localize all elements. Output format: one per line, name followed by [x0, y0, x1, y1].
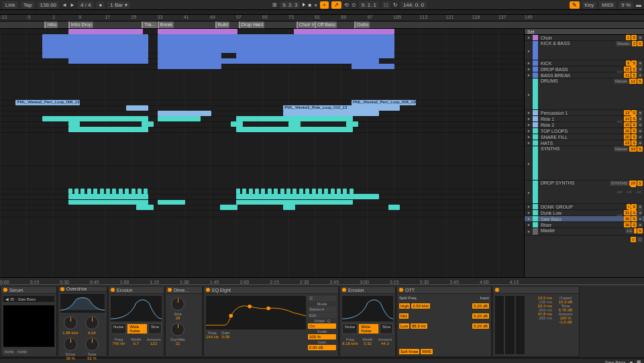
clip[interactable]	[68, 29, 143, 34]
band[interactable]: Low	[399, 323, 409, 329]
solo[interactable]: S	[631, 116, 637, 121]
route[interactable]: 1/2	[625, 228, 633, 234]
track-name[interactable]: KICK	[539, 61, 601, 66]
track-num[interactable]: 33	[629, 146, 637, 152]
track-header[interactable]: ●Saw Bass36S●	[525, 216, 644, 222]
solo[interactable]: S	[637, 146, 643, 152]
follow-icon[interactable]: ⊞	[272, 2, 277, 8]
device-activator[interactable]	[60, 287, 64, 291]
device[interactable]: Serum◀ 35 - Saw Bassnonenone	[1, 286, 57, 357]
clip[interactable]	[280, 189, 284, 194]
locator[interactable]: Build	[215, 21, 230, 28]
track-fold-icon[interactable]: ●	[526, 210, 531, 215]
clip[interactable]	[158, 111, 211, 116]
device[interactable]: Overdrive1.88 kHz6.64Drive38 %Tone52 %Dy…	[58, 286, 107, 357]
clip[interactable]	[158, 116, 201, 121]
track-header[interactable]: ●Choir1S●	[525, 35, 644, 41]
clip[interactable]	[112, 189, 116, 194]
clip[interactable]	[236, 199, 353, 205]
clip[interactable]	[158, 58, 237, 64]
locator[interactable]: Intro Drop	[68, 21, 93, 28]
track-num[interactable]: 16	[624, 128, 631, 134]
track-fold-icon[interactable]: ●	[526, 128, 531, 134]
clip[interactable]	[68, 199, 148, 205]
track-lane[interactable]	[0, 210, 524, 217]
clip[interactable]	[236, 34, 395, 53]
stereo-mode[interactable]: Stereo ▾	[308, 307, 336, 312]
track-num[interactable]: 9	[626, 60, 631, 66]
clip[interactable]	[138, 189, 142, 194]
arm[interactable]: ●	[637, 222, 643, 227]
knob[interactable]	[85, 338, 99, 351]
arm[interactable]: ●	[637, 72, 643, 78]
knob[interactable]	[64, 338, 77, 351]
loop-length[interactable]: 144. 0. 0	[400, 1, 427, 9]
stop-all-icon[interactable]: ■	[630, 360, 633, 364]
arrangement-tracks[interactable]: PML_Weska2_Perc_Loop_008_130BPMPML_Weska…	[0, 29, 524, 277]
clip[interactable]	[158, 64, 222, 69]
device[interactable]: EQ EightFreq144 HzGain0.08☰ModeStereo ▾E…	[203, 286, 339, 357]
track-num[interactable]: 10	[624, 66, 631, 72]
device-activator[interactable]	[495, 288, 499, 292]
track-name[interactable]: Ride 1	[539, 117, 601, 121]
track-num[interactable]: 36	[624, 222, 631, 227]
clip[interactable]	[158, 53, 222, 58]
arrangement-pos[interactable]: 9. 2. 3	[280, 1, 300, 9]
clip[interactable]	[68, 189, 72, 194]
clip[interactable]	[231, 121, 243, 127]
clip[interactable]	[324, 189, 328, 194]
arm[interactable]: ●	[637, 140, 643, 146]
solo[interactable]: S	[631, 134, 637, 140]
locator[interactable]: Outro	[354, 21, 370, 28]
nudge-down[interactable]: ◄	[62, 2, 67, 8]
locator-row[interactable]: IntroIntro DropTra…BreakBuildDrop HardCh…	[0, 21, 644, 29]
clip[interactable]	[352, 29, 395, 34]
plugin-editor[interactable]	[3, 305, 54, 347]
arm[interactable]: ●	[637, 216, 643, 221]
solo[interactable]: S	[631, 216, 637, 221]
clip[interactable]	[126, 105, 148, 111]
track-fold-icon[interactable]: ●	[526, 66, 531, 72]
track-header[interactable]: ●SNARE FILL20S●	[525, 134, 644, 140]
clip[interactable]	[125, 189, 129, 194]
band[interactable]: High	[399, 303, 410, 309]
track-fold-icon[interactable]: ●	[526, 60, 531, 66]
clip[interactable]	[249, 189, 253, 194]
track-num[interactable]: 11	[624, 72, 631, 78]
device[interactable]: Dime…Size28Dry/Wet21	[165, 286, 203, 357]
mode-radio[interactable]: NoiseWide NoiseSine	[111, 323, 162, 334]
track-fold-icon[interactable]: ●	[526, 228, 531, 235]
clip[interactable]	[42, 116, 148, 121]
track-num[interactable]: 12	[629, 79, 637, 84]
erosion-display[interactable]	[342, 296, 393, 321]
device-activator[interactable]	[342, 288, 346, 292]
clip[interactable]	[288, 121, 301, 127]
reenable-icon[interactable]: ⟲	[344, 2, 349, 8]
track-fold-icon[interactable]: ▸	[526, 79, 531, 109]
stop-button[interactable]: ■	[308, 2, 311, 8]
clip[interactable]	[283, 205, 295, 210]
clip[interactable]	[292, 189, 297, 194]
knob[interactable]	[64, 316, 77, 329]
clip[interactable]	[68, 58, 148, 64]
track-header[interactable]: ●HATS23S●	[525, 140, 644, 146]
device-activator[interactable]	[168, 288, 172, 292]
clip[interactable]	[100, 189, 104, 194]
clip[interactable]	[236, 58, 353, 64]
clip[interactable]	[312, 189, 316, 194]
clip[interactable]	[350, 189, 354, 194]
arm[interactable]: ●	[637, 116, 643, 121]
track-fold-icon[interactable]: ●	[526, 35, 531, 40]
locator[interactable]: Off Bass	[315, 21, 337, 28]
track-num[interactable]: 36	[624, 216, 631, 221]
clip[interactable]	[274, 189, 278, 194]
loop-pos[interactable]: 9. 1. 1	[359, 1, 379, 9]
arm[interactable]: ●	[637, 110, 643, 115]
track-name[interactable]: HATS	[539, 141, 601, 146]
track-fold-icon[interactable]: ▸	[526, 146, 531, 180]
solo[interactable]: S	[631, 204, 637, 209]
clip[interactable]	[236, 127, 353, 132]
track-name[interactable]: Riser	[539, 223, 601, 227]
track-fold-icon[interactable]: ●	[526, 122, 531, 127]
overdub-button[interactable]: +	[320, 1, 329, 9]
